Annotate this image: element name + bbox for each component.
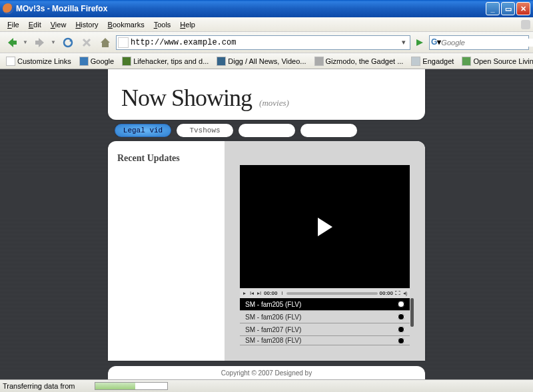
tab-blank-1[interactable] — [239, 124, 295, 137]
menu-bookmarks[interactable]: Bookmarks — [103, 19, 149, 30]
progress-bar — [95, 382, 168, 390]
page-header: Now Showing (movies) — [108, 69, 425, 120]
navigation-toolbar: ▼ ▼ ▾ G▾ — [0, 32, 533, 53]
playlist-label: SM - fam205 (FLV) — [245, 301, 301, 308]
bookmark-customize-links[interactable]: Customize Links — [3, 55, 75, 67]
player-time-total: 00:00 — [380, 290, 393, 296]
bookmark-icon — [79, 57, 89, 66]
bookmark-digg[interactable]: Digg / All News, Video... — [213, 55, 309, 67]
tab-blank-2[interactable] — [300, 124, 357, 137]
menu-view[interactable]: View — [46, 19, 71, 30]
search-engine-icon[interactable]: G▾ — [431, 37, 441, 48]
bookmark-google[interactable]: Google — [76, 55, 117, 67]
main-content: Recent Updates ▸ I◂ ▸I 00:00 I 00:00 ⛶ ◂… — [108, 141, 425, 361]
nav-tabs: Legal vid Tvshows — [115, 124, 425, 137]
playlist-item[interactable]: SM - fam208 (FLV) — [240, 336, 410, 345]
bookmark-icon — [462, 57, 471, 66]
status-text: Transferring data from — [3, 382, 75, 390]
player-area: ▸ I◂ ▸I 00:00 I 00:00 ⛶ ◂) SM - fam205 (… — [225, 141, 425, 361]
sidebar: Recent Updates — [108, 141, 225, 361]
home-button[interactable] — [97, 35, 113, 51]
sidebar-heading: Recent Updates — [117, 153, 215, 164]
bookmark-gizmodo[interactable]: Gizmodo, the Gadget ... — [311, 55, 407, 67]
page-title: Now Showing — [121, 85, 252, 111]
back-dropdown[interactable]: ▼ — [23, 39, 29, 45]
search-input[interactable] — [441, 39, 533, 47]
video-player[interactable] — [240, 165, 410, 288]
bookmark-label: Engadget — [422, 57, 454, 65]
firefox-icon — [3, 3, 13, 14]
player-volume-button[interactable]: ◂) — [402, 290, 408, 296]
bookmark-label: Digg / All News, Video... — [228, 57, 306, 65]
footer-text: Copyright © 2007 Designed by — [221, 369, 312, 377]
tab-legal-vid[interactable]: Legal vid — [115, 124, 171, 137]
menu-history[interactable]: History — [71, 19, 103, 30]
svg-point-0 — [64, 39, 72, 47]
window-titlebar: MOv!3s - Mozilla Firefox _ ▭ ✕ — [0, 0, 533, 17]
stop-button — [79, 35, 95, 51]
reload-button[interactable] — [60, 35, 76, 51]
playlist-item[interactable]: SM - fam206 (FLV) — [240, 311, 410, 323]
bookmark-label: Google — [91, 57, 114, 65]
player-seek-bar[interactable] — [286, 292, 377, 295]
bookmark-icon — [6, 57, 15, 66]
bookmark-icon — [122, 57, 131, 66]
bookmark-lifehacker[interactable]: Lifehacker, tips and d... — [119, 55, 212, 67]
player-seek-handle[interactable]: I — [279, 290, 284, 296]
page-viewport: Now Showing (movies) Legal vid Tvshows R… — [0, 69, 533, 379]
forward-dropdown[interactable]: ▼ — [51, 39, 57, 45]
menu-file[interactable]: File — [3, 19, 24, 30]
window-maximize-button[interactable]: ▭ — [501, 2, 515, 15]
menu-tools[interactable]: Tools — [149, 19, 176, 30]
menubar: File Edit View History Bookmarks Tools H… — [0, 17, 533, 32]
bookmark-label: Open Source Living — [473, 57, 533, 65]
playlist-label: SM - fam207 (FLV) — [245, 326, 301, 333]
bookmarks-toolbar: Customize Links Google Lifehacker, tips … — [0, 53, 533, 69]
playlist-play-icon — [398, 337, 404, 344]
play-icon — [318, 218, 332, 236]
playlist-label: SM - fam206 (FLV) — [245, 313, 301, 321]
playlist-play-icon — [398, 326, 404, 333]
player-play-button[interactable]: ▸ — [242, 290, 247, 296]
back-button[interactable] — [4, 35, 20, 51]
page-subtitle: (movies) — [259, 98, 289, 108]
playlist-item[interactable]: SM - fam207 (FLV) — [240, 323, 410, 336]
playlist-label: SM - fam208 (FLV) — [245, 337, 301, 344]
bookmark-icon — [217, 57, 226, 66]
page-favicon-icon — [118, 37, 129, 48]
player-time-current: 00:00 — [264, 290, 277, 296]
bookmark-label: Customize Links — [17, 57, 71, 65]
search-bar-container: G▾ — [429, 35, 529, 50]
player-fullscreen-button[interactable]: ⛶ — [395, 290, 400, 296]
menu-help[interactable]: Help — [175, 19, 200, 30]
window-minimize-button[interactable]: _ — [486, 2, 500, 15]
bookmark-engadget[interactable]: Engadget — [408, 55, 457, 67]
bookmark-icon — [411, 57, 420, 66]
bookmark-label: Gizmodo, the Gadget ... — [326, 57, 404, 65]
url-dropdown[interactable]: ▾ — [399, 38, 408, 47]
forward-button — [32, 35, 48, 51]
url-input[interactable] — [131, 38, 399, 47]
window-close-button[interactable]: ✕ — [516, 2, 530, 15]
url-bar-container: ▾ — [116, 35, 410, 50]
menu-edit[interactable]: Edit — [24, 19, 46, 30]
activity-icon — [521, 20, 530, 29]
bookmark-osl[interactable]: Open Source Living — [458, 55, 533, 67]
bookmark-label: Lifehacker, tips and d... — [133, 57, 209, 65]
status-bar: Transferring data from — [0, 379, 533, 392]
playlist-item[interactable]: SM - fam205 (FLV) — [240, 298, 410, 311]
bookmark-icon — [314, 57, 324, 66]
tab-tvshows[interactable]: Tvshows — [177, 124, 233, 137]
player-controls: ▸ I◂ ▸I 00:00 I 00:00 ⛶ ◂) — [240, 288, 410, 298]
go-button[interactable] — [413, 36, 426, 49]
playlist-play-icon — [398, 301, 404, 307]
player-next-button[interactable]: ▸I — [257, 290, 262, 296]
page-footer: Copyright © 2007 Designed by — [108, 366, 425, 379]
playlist-play-icon — [398, 313, 404, 320]
window-title: MOv!3s - Mozilla Firefox — [16, 4, 484, 13]
playlist: SM - fam205 (FLV) SM - fam206 (FLV) SM -… — [240, 298, 410, 345]
player-prev-button[interactable]: I◂ — [249, 290, 255, 296]
